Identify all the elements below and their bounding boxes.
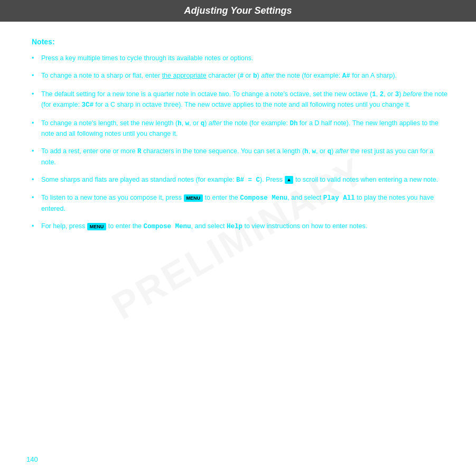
page-number: 140 [26,455,38,463]
bullet-6-text: Some sharps and flats are played as stan… [41,176,438,183]
menu-button-icon: MENU [184,194,203,202]
bullet-7-text: To listen to a new tone as you compose i… [41,194,434,212]
list-item: To listen to a new tone as you compose i… [32,193,450,214]
main-content: Notes: Press a key multiple times to cyc… [0,22,476,256]
list-item: Some sharps and flats are played as stan… [32,175,450,185]
list-item: To change a note to a sharp or flat, ent… [32,71,450,81]
bullet-1-text: Press a key multiple times to cycle thro… [41,54,254,62]
bullet-2-text: To change a note to a sharp or flat, ent… [41,72,397,79]
notes-label: Notes: [32,38,450,46]
scroll-icon: ▲ [285,176,294,184]
header: Adjusting Your Settings [0,0,476,22]
bullet-3-text: The default setting for a new tone is a … [41,90,447,108]
page-title: Adjusting Your Settings [11,5,465,16]
list-item: To add a rest, enter one or more R chara… [32,146,450,167]
list-item: Press a key multiple times to cycle thro… [32,53,450,63]
notes-list: Press a key multiple times to cycle thro… [32,53,450,232]
bullet-5-text: To add a rest, enter one or more R chara… [41,147,433,165]
list-item: For help, press MENU to enter the Compos… [32,221,450,232]
bullet-4-text: To change a note's length, set the new l… [41,119,438,137]
list-item: The default setting for a new tone is a … [32,89,450,111]
list-item: To change a note's length, set the new l… [32,118,450,139]
menu-button-icon-2: MENU [87,223,107,231]
bullet-8-text: For help, press MENU to enter the Compos… [41,222,367,230]
